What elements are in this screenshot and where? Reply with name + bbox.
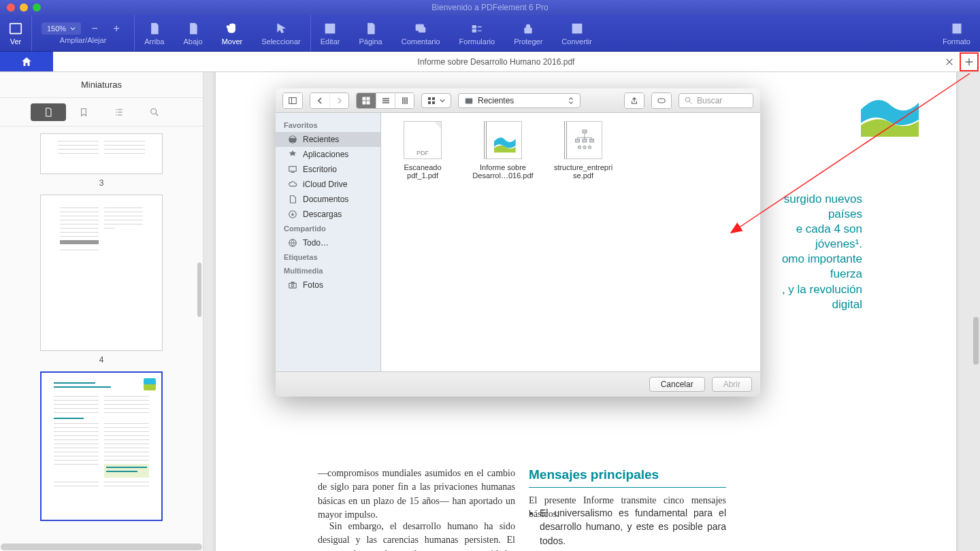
- section-heading: Mensajes principales: [529, 465, 726, 488]
- page-up-button[interactable]: Arriba: [134, 15, 174, 51]
- globe-icon: [288, 238, 297, 248]
- horizontal-scrollbar[interactable]: [1, 544, 202, 550]
- nav-buttons: [310, 93, 349, 109]
- protect-button[interactable]: Proteger: [504, 15, 552, 51]
- cursor-icon: [274, 21, 289, 36]
- bookmarks-mode-button[interactable]: [66, 103, 101, 121]
- sidebar-category: Favoritos: [276, 118, 380, 132]
- open-button[interactable]: Abrir: [712, 377, 752, 392]
- svg-rect-4: [472, 25, 476, 27]
- column-view-button[interactable]: [395, 93, 414, 108]
- bullet-list: El universalismo es fundamental para el …: [529, 506, 726, 551]
- svg-rect-11: [289, 97, 297, 103]
- sidebar-toggle[interactable]: [282, 93, 303, 109]
- share-button[interactable]: [624, 93, 644, 109]
- svg-rect-32: [290, 138, 296, 141]
- page-up-icon: [147, 21, 162, 36]
- svg-rect-13: [363, 97, 365, 100]
- file-name: Desarrol…016.pdf: [472, 171, 534, 180]
- svg-rect-16: [367, 101, 370, 104]
- body-text: —compromisos mundiales asumidos en el ca…: [318, 467, 515, 522]
- file-item[interactable]: structure_entrepri se.pdf: [553, 121, 614, 180]
- sidebar-item-desktop[interactable]: Escritorio: [276, 162, 380, 177]
- svg-rect-15: [363, 101, 365, 104]
- search-field[interactable]: Buscar: [679, 93, 753, 108]
- sidebar-item-icloud[interactable]: iCloud Drive: [276, 177, 380, 192]
- back-button[interactable]: [310, 93, 329, 108]
- panel-toolbar: [0, 98, 203, 127]
- sidebar-item-photos[interactable]: Fotos: [276, 278, 380, 293]
- svg-point-46: [588, 146, 591, 149]
- comment-button[interactable]: Comentario: [392, 15, 450, 51]
- dialog-footer: Cancelar Abrir: [276, 371, 760, 397]
- svg-rect-28: [658, 99, 666, 103]
- svg-rect-43: [589, 139, 593, 143]
- download-icon: [288, 210, 297, 219]
- new-tab-button[interactable]: [960, 52, 979, 71]
- sidebar-item-downloads[interactable]: Descargas: [276, 207, 380, 222]
- cancel-button[interactable]: Cancelar: [649, 377, 705, 392]
- form-button[interactable]: Formulario: [450, 15, 505, 51]
- sidebar-item-recents[interactable]: Recientes: [276, 132, 380, 147]
- home-tab[interactable]: [0, 52, 53, 71]
- svg-rect-3: [419, 27, 425, 32]
- minimize-dot[interactable]: [20, 3, 28, 12]
- thumbnail[interactable]: 3: [40, 133, 163, 188]
- svg-rect-23: [428, 97, 431, 100]
- sidebar-item-documents[interactable]: Documentos: [276, 192, 380, 207]
- svg-point-45: [583, 146, 586, 149]
- svg-point-38: [291, 284, 294, 287]
- camera-icon: [288, 280, 297, 290]
- list-view-button[interactable]: [376, 93, 395, 108]
- sidebar-category: Compartido: [276, 222, 380, 235]
- form-icon: [470, 21, 485, 36]
- thumbnail[interactable]: 4: [40, 195, 163, 365]
- page-down-button[interactable]: Abajo: [174, 15, 212, 51]
- close-dot[interactable]: [7, 3, 15, 12]
- convert-button[interactable]: Convertir: [552, 15, 602, 51]
- svg-rect-40: [583, 130, 587, 133]
- outline-mode-button[interactable]: [101, 103, 137, 121]
- search-mode-button[interactable]: [137, 103, 172, 121]
- tags-button[interactable]: [651, 93, 672, 109]
- finder-sidebar: Favoritos Recientes Aplicaciones Escrito…: [276, 113, 381, 371]
- format-button[interactable]: Formato: [933, 15, 980, 51]
- move-tool-button[interactable]: Mover: [212, 15, 252, 51]
- file-open-dialog: Recientes Buscar Favoritos Recientes Apl…: [276, 88, 760, 397]
- file-item[interactable]: PDF Escaneado pdf_1.pdf: [392, 121, 453, 180]
- sidebar-item-apps[interactable]: Aplicaciones: [276, 147, 380, 162]
- svg-rect-7: [572, 24, 581, 33]
- location-dropdown[interactable]: Recientes: [458, 93, 581, 108]
- sidebar-item-all[interactable]: Todo…: [276, 235, 380, 250]
- view-button[interactable]: Ver: [0, 21, 31, 46]
- file-name: structure_entrepri: [553, 163, 614, 171]
- maximize-dot[interactable]: [33, 3, 41, 12]
- document-tab[interactable]: Informe sobre Desarrollo Humano 2016.pdf: [53, 57, 939, 67]
- file-name: Escaneado: [392, 163, 453, 171]
- sidebar-category: Etiquetas: [276, 250, 380, 264]
- select-tool-button[interactable]: Seleccionar: [252, 15, 310, 51]
- chevron-left-icon: [316, 97, 324, 105]
- thumbnail[interactable]: [40, 371, 163, 521]
- svg-point-29: [685, 97, 690, 102]
- forward-button[interactable]: [329, 93, 348, 108]
- zoom-in-button[interactable]: +: [108, 22, 125, 35]
- svg-rect-39: [291, 282, 294, 284]
- arrange-dropdown[interactable]: [421, 93, 451, 108]
- svg-rect-37: [289, 283, 297, 288]
- svg-rect-33: [289, 167, 297, 171]
- scrollbar[interactable]: [197, 263, 201, 317]
- view-mode-buttons: [356, 93, 414, 109]
- thumbnails-list[interactable]: 3 4: [0, 127, 203, 551]
- page-button[interactable]: Página: [349, 15, 391, 51]
- zoom-out-button[interactable]: −: [86, 22, 103, 35]
- window-title: Bienvenido a PDFelement 6 Pro: [431, 3, 548, 12]
- thumbnails-mode-button[interactable]: [31, 103, 66, 121]
- zoom-dropdown[interactable]: 150%: [42, 22, 81, 35]
- file-item[interactable]: Informe sobre Desarrol…016.pdf: [472, 121, 534, 180]
- tab-close-button[interactable]: [939, 52, 960, 72]
- file-grid[interactable]: PDF Escaneado pdf_1.pdf Informe sobre De…: [381, 113, 760, 371]
- icon-view-button[interactable]: [357, 93, 376, 108]
- edit-button[interactable]: Editar: [310, 15, 350, 51]
- vertical-scrollbar[interactable]: [973, 317, 979, 365]
